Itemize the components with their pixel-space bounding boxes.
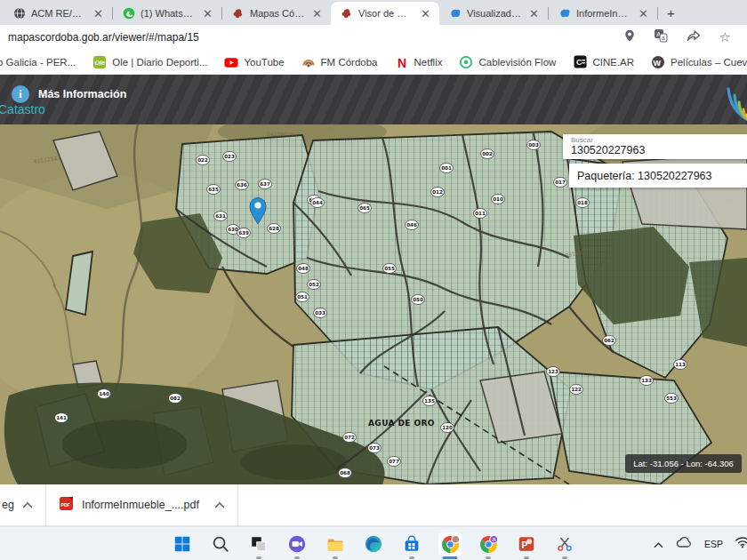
svg-text:N: N — [398, 55, 406, 69]
map-viewport[interactable]: 41522147 24259076 33185271 AGUA DE ORO 0… — [0, 124, 747, 484]
parcel-badge-number: 050 — [413, 297, 423, 302]
parcel-badge-number: 120 — [442, 425, 453, 430]
bookmark-cuevana[interactable]: W Películas – Cuevana... — [651, 55, 747, 69]
svg-text:A: A — [492, 535, 496, 541]
close-icon[interactable]: ✕ — [310, 8, 324, 20]
pdf-file-icon: PDF — [59, 496, 74, 514]
mapas-cordoba-icon — [231, 7, 245, 20]
snipping-tool-icon[interactable] — [553, 532, 576, 556]
mapascordoba-logo-icon — [726, 84, 747, 124]
catastro-blue-icon — [558, 7, 571, 20]
search-icon[interactable] — [209, 532, 232, 556]
star-icon[interactable]: ☆ — [719, 29, 731, 45]
share-icon[interactable] — [687, 29, 701, 45]
onedrive-cloud-icon[interactable] — [675, 536, 693, 552]
wordpress-icon: W — [651, 55, 665, 69]
parcel-badge-number: 133 — [641, 378, 652, 383]
search-input[interactable]: 130520227963 — [571, 144, 747, 156]
close-icon[interactable]: ✕ — [527, 8, 541, 20]
parcel-badge-number: 073 — [369, 445, 380, 451]
wifi-icon[interactable] — [735, 536, 747, 552]
parcel-badge-number: 072 — [344, 435, 355, 440]
parcel-badge-number: 123 — [548, 369, 558, 374]
task-view-icon[interactable] — [247, 532, 270, 556]
flow-icon — [459, 55, 473, 69]
edge-browser-icon[interactable] — [362, 532, 385, 556]
close-icon[interactable]: ✕ — [637, 8, 650, 20]
tab-whatsapp[interactable]: (1) WhatsApp ✕ — [113, 2, 221, 25]
chat-icon[interactable] — [285, 532, 309, 556]
downloads-bar: eg PDF InformeInmueble_....pdf — [0, 484, 747, 526]
chevron-up-icon[interactable] — [22, 502, 33, 508]
parcel-badge-number: 637 — [260, 181, 270, 187]
chrome-profile-2-icon[interactable]: A — [477, 532, 500, 556]
bookmark-netflix[interactable]: N Netflix — [395, 55, 443, 69]
powerpoint-icon[interactable]: P — [515, 532, 538, 556]
parcel-badge-number: 012 — [432, 189, 443, 195]
tab-mapas-cordoba[interactable]: Mapas Córdoba ✕ — [222, 2, 331, 25]
parcel-badge-number: 630 — [228, 227, 238, 232]
parcel-badge-number: 051 — [297, 294, 308, 300]
address-bar: mapascordoba.gob.ar/viewer/#/mapa/15 Aa … — [0, 25, 747, 50]
bookmark-galicia[interactable]: o Galicia - PER... — [0, 57, 76, 68]
bookmark-cinear[interactable]: C CINE.AR — [573, 55, 634, 69]
microsoft-store-icon[interactable] — [400, 532, 423, 556]
parcel-badge-number: 046 — [406, 222, 417, 228]
tab-label: Mapas Córdoba — [250, 8, 305, 19]
chevron-up-icon[interactable] — [214, 502, 225, 508]
parcel-badge-number: 122 — [571, 387, 582, 392]
parcel-badge-number: 628 — [269, 226, 279, 231]
translate-icon[interactable]: Aa — [654, 28, 668, 46]
netflix-icon: N — [395, 55, 409, 69]
more-info-button[interactable]: i Más Información — [12, 85, 126, 103]
search-label: Buscar — [571, 137, 747, 144]
map-header-band: i Más Información Catastro — [0, 75, 747, 124]
map-search-box[interactable]: Buscar 130520227963 — [563, 134, 747, 159]
chevron-up-icon[interactable] — [654, 536, 663, 552]
svg-text:W: W — [653, 58, 661, 67]
info-icon: i — [12, 85, 29, 103]
tab-acm-remax[interactable]: ACM RE/MAX ✕ — [4, 2, 112, 25]
parcel-badge-number: 002 — [482, 151, 493, 156]
new-tab-button[interactable]: + — [667, 5, 675, 20]
tab-divider — [657, 7, 658, 20]
parcel-badge-number: 631 — [215, 213, 226, 219]
youtube-icon — [224, 55, 238, 69]
language-indicator[interactable]: ESP — [704, 539, 723, 549]
search-suggestion[interactable]: Paquetería: 130520227963 — [569, 164, 747, 188]
bookmark-ole[interactable]: Ole Ole | Diario Deporti... — [92, 55, 207, 69]
chrome-profile-1-icon[interactable] — [438, 532, 462, 556]
parcel-badge-number: 001 — [441, 165, 452, 171]
tab-visor-de-mapas-active[interactable]: Visor de Mapas ✕ — [331, 2, 439, 25]
parcel-badge-number: 135 — [424, 398, 435, 404]
start-button[interactable] — [171, 532, 194, 556]
tab-label: Visualizador Catas — [467, 8, 522, 19]
bookmark-cablevision-flow[interactable]: Cablevisión Flow — [459, 55, 556, 69]
parcel-badge-number: 082 — [170, 396, 181, 401]
url-field[interactable]: mapascordoba.gob.ar/viewer/#/mapa/15 — [8, 31, 624, 44]
globe-icon — [12, 7, 26, 20]
more-info-label: Más Información — [38, 88, 126, 100]
parcel-badge-number: 141 — [56, 415, 67, 420]
close-icon[interactable]: ✕ — [92, 8, 105, 20]
parcel-badge-number: 017 — [555, 180, 566, 185]
close-icon[interactable]: ✕ — [419, 8, 432, 20]
parcel-badge-number: 022 — [197, 157, 208, 163]
bookmark-fm-cordoba[interactable]: FM Córdoba — [301, 55, 378, 69]
file-explorer-icon[interactable] — [324, 532, 347, 556]
download-item-pdf[interactable]: PDF InformeInmueble_....pdf — [46, 484, 237, 526]
tab-label: (1) WhatsApp — [141, 8, 196, 19]
tab-informeinmueble[interactable]: InformeInmueble ✕ — [549, 2, 657, 25]
browser-tab-strip: ACM RE/MAX ✕ (1) WhatsApp ✕ Mapas Córdob… — [0, 0, 747, 25]
download-item-truncated[interactable]: eg — [0, 484, 45, 526]
parcel-badge-number: 068 — [340, 470, 350, 476]
tab-visualizador-catastral[interactable]: Visualizador Catas ✕ — [439, 2, 548, 25]
location-pin-icon[interactable] — [624, 29, 635, 46]
cinear-icon: C — [573, 55, 587, 69]
parcel-badge-number: 033 — [315, 310, 325, 316]
parcel-badge-number: 636 — [237, 182, 247, 188]
parcel-badge-number: 055 — [384, 266, 395, 271]
close-icon[interactable]: ✕ — [201, 8, 214, 20]
parcel-badge-number: 011 — [475, 211, 486, 216]
bookmark-youtube[interactable]: YouTube — [224, 55, 284, 69]
